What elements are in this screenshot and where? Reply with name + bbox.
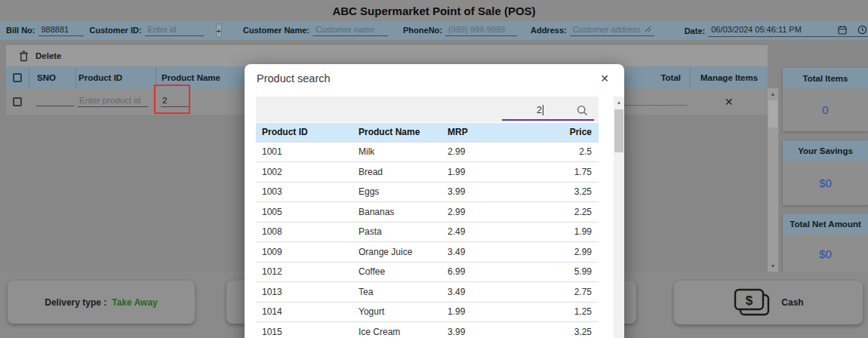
calendar-icon[interactable] [838,25,847,35]
grid-scrollbar[interactable]: ▲ ▼ [768,88,778,272]
money-icon: $ [733,287,771,318]
customer-id-input[interactable]: Enter id [145,25,204,36]
cell-price: 1.25 [531,302,599,322]
bill-no-label: Bill No: [6,26,38,36]
customer-id-label: Customer ID: [90,26,145,36]
trash-icon [19,51,29,62]
delete-rows-button[interactable]: Delete [6,45,768,66]
date-field: Date: 06/03/2024 05:46:11 PM [685,25,868,37]
product-search-table: Product ID Product Name MRP Price 1001 M… [256,123,599,338]
cell-product-name: Pasta [352,222,442,242]
col-header-total: Total [623,66,690,88]
modal-search-bar: 2 [256,97,599,122]
cell-product-id: 1003 [256,182,352,202]
cell-product-id: 1001 [256,142,352,162]
customer-id-field: Customer ID: Enter id [90,25,204,36]
table-row[interactable]: 1003 Eggs 3.99 3.25 [256,182,599,202]
modal-title: Product search [257,72,331,84]
cell-mrp: 6.99 [442,262,531,282]
your-savings-label: Your Savings [783,140,868,161]
cell-product-id: 1014 [256,302,352,322]
scroll-up-icon[interactable]: ▲ [768,91,778,97]
cell-price: 3.25 [531,182,599,202]
col-header-manage-items: Manage Items [690,66,768,88]
cell-mrp: 3.99 [442,322,531,338]
customer-name-field: Customer Name: Customer name [243,25,388,36]
address-label: Address: [531,26,570,36]
col-product-name: Product Name [352,123,442,142]
col-price: Price [531,123,599,142]
cell-price: 2.99 [531,242,599,263]
cell-price: 3.25 [531,322,599,338]
col-product-id: Product ID [256,123,352,142]
cash-payment-button[interactable]: $ Cash [674,281,863,324]
table-row[interactable]: 1002 Bread 1.99 1.75 [256,162,599,183]
product-id-input[interactable]: Enter product id [78,96,148,107]
select-all-checkbox[interactable] [13,73,22,82]
your-savings-card: Your Savings $0 [783,140,868,205]
search-input-value: 2 [537,105,542,115]
phone-field: PhoneNo: (999) 999-9999 [403,25,517,36]
cell-mrp: 3.49 [442,242,531,263]
cell-mrp: 2.49 [442,222,531,242]
cell-product-id: 1002 [256,162,352,183]
bill-info-bar: Bill No: 988881 Customer ID: Enter id + … [0,21,868,40]
cell-mrp: 2.99 [442,202,531,223]
pos-application-window: ABC Supermarket Point of Sale (POS) Bill… [0,0,868,338]
delete-button-label: Delete [35,51,62,60]
table-row[interactable]: 1012 Coffee 6.99 5.99 [256,262,599,282]
remove-row-icon[interactable]: ✕ [725,96,734,108]
customer-name-input[interactable]: Customer name [312,25,388,36]
total-items-value: 0 [783,88,868,131]
cell-product-id: 1015 [256,322,352,338]
table-row[interactable]: 1005 Bananas 2.99 2.25 [256,202,599,223]
table-row[interactable]: 1008 Pasta 2.49 1.99 [256,222,599,242]
resize-handle-icon[interactable] [645,25,651,34]
cell-product-id: 1012 [256,262,352,282]
close-icon[interactable]: ✕ [600,73,609,84]
cell-product-id: 1008 [256,222,352,242]
delivery-type-label: Delivery type : [45,297,106,308]
clock-icon[interactable] [857,25,867,35]
scroll-down-icon[interactable]: ▼ [768,263,778,269]
delivery-type-value: Take Away [112,297,157,308]
cell-price: 2.25 [531,202,599,223]
cell-product-name: Coffee [352,262,442,282]
table-row[interactable]: 1009 Orange Juice 3.49 2.99 [256,242,599,263]
cell-product-id: 1009 [256,242,352,263]
row-checkbox[interactable] [13,97,22,106]
date-label: Date: [685,26,709,37]
cell-product-name: Bread [352,162,442,183]
product-search-modal: Product search ✕ 2 Product ID Product Na… [245,64,624,338]
search-icon [577,105,588,116]
svg-text:$: $ [746,293,753,308]
table-row[interactable]: 1013 Tea 3.49 2.75 [256,282,599,303]
table-row[interactable]: 1014 Yogurt 1.99 1.25 [256,302,599,322]
phone-input[interactable]: (999) 999-9999 [445,25,517,36]
product-search-input[interactable]: 2 [502,101,594,121]
cell-product-name: Milk [352,142,442,162]
cell-product-name: Eggs [352,182,442,202]
total-items-label: Total Items [783,68,868,88]
table-row[interactable]: 1015 Ice Cream 3.99 3.25 [256,322,599,338]
cell-price: 1.99 [531,222,599,242]
customer-name-label: Customer Name: [243,26,312,36]
col-header-sno: SNO [29,66,75,88]
address-input[interactable]: Customer address [573,25,641,34]
app-title: ABC Supermarket Point of Sale (POS) [332,5,535,17]
phone-label: PhoneNo: [403,26,445,36]
modal-scroll-up-icon[interactable]: ▲ [614,100,624,105]
delivery-type-button[interactable]: Delivery type : Take Away [8,281,195,324]
modal-header: Product search ✕ [245,64,624,91]
modal-scrollbar-thumb[interactable] [614,109,623,152]
highlight-box [154,84,190,114]
modal-scrollbar[interactable]: ▲ ▼ [614,97,624,338]
date-value[interactable]: 06/03/2024 05:46:11 PM [711,25,823,34]
cell-product-name: Ice Cream [352,322,442,338]
total-net-amount-label: Total Net Amount [783,214,868,234]
table-row[interactable]: 1001 Milk 2.99 2.5 [256,142,599,162]
sno-input[interactable] [36,96,74,106]
grid-scrollbar-thumb[interactable] [768,100,777,128]
cell-price: 2.75 [531,282,599,303]
add-customer-button[interactable]: + [216,23,222,38]
